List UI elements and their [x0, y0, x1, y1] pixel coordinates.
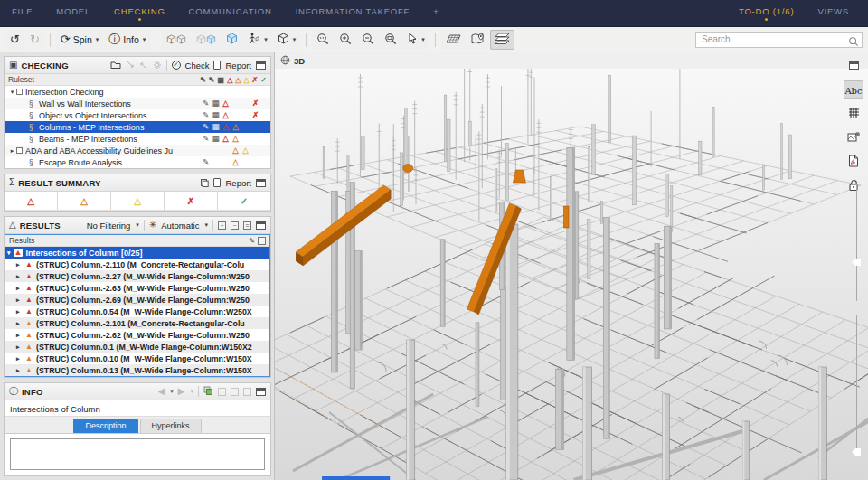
clipboard-icon[interactable] [200, 174, 209, 191]
expander-icon[interactable]: ▸ [16, 296, 23, 304]
expander-icon[interactable]: ▸ [16, 308, 23, 315]
redo-button[interactable]: ↻ [25, 30, 44, 50]
expander-icon[interactable]: ▾ [8, 89, 16, 96]
import-icon[interactable] [126, 57, 135, 73]
rule-row[interactable]: §Columns - MEP Intersections✎▦△△ [5, 121, 270, 133]
zoom-all-button[interactable] [312, 30, 334, 50]
menu-item-add-tab[interactable]: + [421, 0, 450, 26]
zoom-window-button[interactable] [380, 30, 401, 50]
export-icon[interactable] [139, 57, 148, 73]
summary-report-button[interactable]: Report [225, 178, 251, 188]
result-row[interactable]: ▸▲(STRUC) Column.0.54 (M_W-Wide Flange-C… [5, 306, 269, 317]
expander-icon[interactable]: ▸ [16, 285, 23, 292]
open-ruleset-icon[interactable] [110, 57, 121, 73]
pdf-export-button[interactable] [844, 154, 863, 172]
result-row[interactable]: ▸▲(STRUC) Column.-2.69 (M_W-Wide Flange-… [5, 294, 269, 306]
expander-icon[interactable]: ▸ [16, 273, 23, 280]
tab-hyperlinks[interactable]: Hyperlinks [140, 419, 202, 433]
rule-row[interactable]: §Escape Route Analysis✎△ [5, 156, 270, 168]
check-button[interactable]: Check [185, 61, 210, 71]
snapshot-button[interactable] [844, 129, 863, 147]
group-expander-icon[interactable]: ▾ [7, 249, 11, 257]
show-all-components-button[interactable] [162, 30, 191, 50]
results-pencil-icon[interactable]: ✎ [249, 237, 255, 245]
expander-icon[interactable]: ▸ [16, 367, 23, 374]
linked-docs-icon[interactable] [203, 383, 213, 400]
undo-button[interactable]: ↺ [5, 30, 24, 50]
group-by-icon[interactable]: = [243, 221, 251, 230]
result-row[interactable]: ▸▲(STRUC) Column.-2.63 (M_W-Wide Flange-… [5, 282, 269, 294]
rule-row[interactable]: ▾Intersection Checking [5, 86, 270, 98]
floor-layers-button[interactable] [490, 30, 514, 50]
result-row[interactable]: ▸▲(STRUC) Column.-2.101 (M_Concrete-Rect… [5, 317, 269, 329]
pointer-icon [407, 33, 418, 46]
nav-next-icon[interactable]: ▶ [178, 387, 185, 396]
summary-window-icon[interactable] [256, 179, 266, 187]
expander-icon[interactable]: ▸ [16, 344, 23, 351]
menu-item-views[interactable]: VIEWS [806, 0, 861, 26]
minimap-button[interactable] [467, 30, 489, 50]
checkbox[interactable] [16, 89, 23, 95]
menu-item-todo[interactable]: TO-DO (1/6) [727, 0, 806, 26]
info-window-icon[interactable] [256, 388, 266, 396]
rule-row[interactable]: §Wall vs Wall Intersections✎▦△✗ [5, 98, 270, 109]
grid-button[interactable] [844, 105, 863, 123]
nav-prev-caret-icon[interactable]: ▾ [170, 388, 174, 395]
zoom-out-button[interactable] [357, 30, 379, 50]
menu-item-checking[interactable]: CHECKING [102, 0, 177, 26]
result-row[interactable]: ▸▲(STRUC) Column.-2.62 (M_W-Wide Flange-… [5, 329, 269, 341]
menu-item-information-takeoff[interactable]: INFORMATION TAKEOFF [284, 0, 422, 26]
nav-next-caret-icon[interactable]: ▾ [190, 388, 193, 395]
lock-open-button[interactable] [844, 178, 863, 196]
results-window-icon[interactable] [256, 221, 266, 230]
section-plane-button[interactable] [441, 30, 466, 50]
tab-description[interactable]: Description [73, 419, 137, 433]
search-input[interactable] [695, 32, 863, 48]
spin-mode-button[interactable]: ⟳Spin▾ [56, 30, 103, 50]
checkbox[interactable] [16, 147, 23, 154]
expander-icon[interactable]: ▸ [16, 320, 23, 327]
expander-icon[interactable]: ▸ [8, 147, 16, 155]
info-mode-button[interactable]: ⓘInfo▾ [104, 30, 150, 50]
description-textarea[interactable] [10, 438, 265, 470]
collapse-all-icon[interactable]: − [231, 221, 239, 230]
expander-icon[interactable]: ▸ [16, 355, 23, 362]
show-selected-components-button[interactable] [192, 30, 221, 50]
highlight-component-button[interactable] [222, 30, 242, 50]
results-column-header: Results ✎ [5, 235, 269, 247]
result-row[interactable]: ▸▲(STRUC) Column.-2.27 (M_W-Wide Flange-… [5, 270, 269, 282]
text-labels-button[interactable]: Abc [844, 80, 863, 99]
view-direction-button[interactable]: ▾ [273, 30, 301, 50]
result-row[interactable]: ▸▲(STRUC) Column.0.1 (M_W-Wide Flange-Co… [5, 341, 269, 353]
undo-icon: ↺ [10, 33, 20, 45]
checking-window-icon[interactable] [256, 61, 266, 70]
camera-icon[interactable] [231, 388, 239, 396]
nav-prev-icon[interactable]: ◀ [158, 387, 165, 396]
float-window-button[interactable] [844, 56, 863, 74]
gear-icon[interactable] [153, 57, 162, 73]
expander-icon[interactable]: ▸ [16, 332, 23, 339]
expand-all-icon[interactable]: + [218, 221, 226, 230]
walk-mode-button[interactable]: ▾ [243, 30, 272, 50]
automatic-dropdown[interactable]: Automatic [161, 221, 199, 231]
result-row[interactable]: ▸▲(STRUC) Column.0.10 (M_W-Wide Flange-C… [5, 353, 269, 364]
expander-icon[interactable]: ▸ [16, 261, 23, 268]
rule-row[interactable]: ▸ADA and ABA Accessibility Guidelines Ju… [5, 145, 270, 156]
filtering-dropdown[interactable]: No Filtering [87, 221, 131, 231]
zoom-in-button[interactable] [335, 30, 356, 50]
results-group-row[interactable]: ▾ ▲ Intersections of Column [0/25] [5, 247, 269, 259]
results-group-label: Intersections of Column [0/25] [25, 249, 142, 258]
select-tool-button[interactable]: ▾ [402, 30, 429, 50]
3d-model-canvas[interactable] [275, 69, 868, 480]
note-icon[interactable] [243, 388, 251, 396]
attach-icon[interactable] [218, 388, 226, 396]
result-row[interactable]: ▸▲(STRUC) Column.-2.110 (M_Concrete-Rect… [5, 259, 269, 270]
rule-row[interactable]: §Beams - MEP Intersections✎▦△△ [5, 133, 270, 145]
menu-item-file[interactable]: FILE [0, 0, 44, 26]
checking-report-button[interactable]: Report [225, 61, 251, 71]
results-camera-icon[interactable] [258, 237, 266, 245]
menu-item-model[interactable]: MODEL [44, 0, 102, 26]
menu-item-communication[interactable]: COMMUNICATION [177, 0, 284, 26]
rule-row[interactable]: §Object vs Object Intersections✎▦△✗ [5, 109, 270, 121]
result-row[interactable]: ▸▲(STRUC) Column.0.13 (M_W-Wide Flange-C… [5, 364, 269, 376]
